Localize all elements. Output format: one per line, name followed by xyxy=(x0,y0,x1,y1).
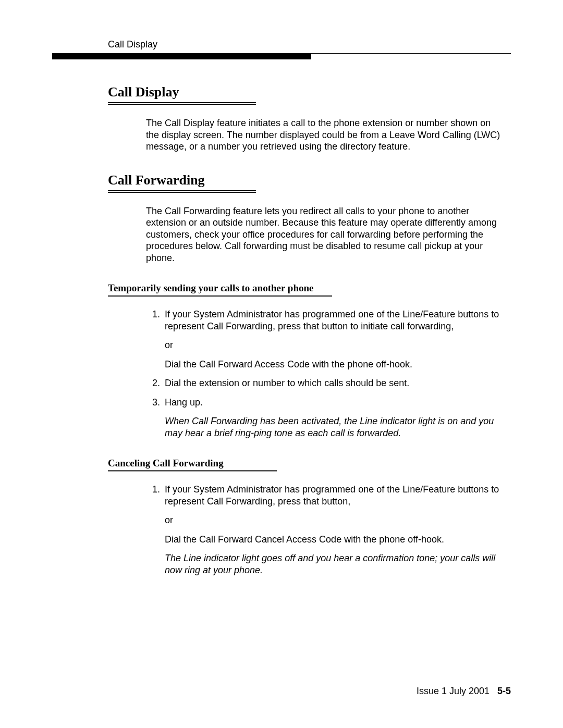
running-header: Call Display xyxy=(108,39,511,50)
step-2-text: Dial the extension or number to which ca… xyxy=(165,378,409,388)
heading-rule-2 xyxy=(108,190,256,193)
step-3-text: Hang up. xyxy=(165,397,203,408)
cancel-step-1-or: or xyxy=(165,514,501,526)
steps-temp-forward: If your System Administrator has program… xyxy=(146,309,501,439)
heading-call-display: Call Display xyxy=(108,84,254,100)
header-black-bar xyxy=(52,54,311,59)
subheading-rule xyxy=(108,295,332,297)
steps-cancel-forward: If your System Administrator has program… xyxy=(146,484,501,576)
subheading-temp-forward: Temporarily sending your calls to anothe… xyxy=(108,282,511,294)
call-display-body: The Call Display feature initiates a cal… xyxy=(146,117,500,153)
section-call-display: Call Display The Call Display feature in… xyxy=(52,84,511,153)
heading-rule xyxy=(108,102,256,105)
step-1-or: or xyxy=(165,339,501,351)
step-1-alt: Dial the Call Forward Access Code with t… xyxy=(165,359,501,371)
footer-issue: Issue 1 July 2001 xyxy=(417,686,489,696)
cancel-step-1-note: The Line indicator light goes off and yo… xyxy=(165,552,501,576)
call-forwarding-body: The Call Forwarding feature lets you red… xyxy=(146,205,500,264)
heading-call-forwarding: Call Forwarding xyxy=(108,172,254,188)
step-3: Hang up. When Call Forwarding has been a… xyxy=(163,397,501,439)
subheading-rule-2 xyxy=(108,470,277,472)
subsection-cancel-forward: Canceling Call Forwarding xyxy=(52,458,511,472)
step-1: If your System Administrator has program… xyxy=(163,309,501,370)
section-call-forwarding: Call Forwarding The Call Forwarding feat… xyxy=(52,172,511,576)
subheading-cancel-forward: Canceling Call Forwarding xyxy=(108,458,511,469)
cancel-step-1-text: If your System Administrator has program… xyxy=(165,484,499,507)
step-2: Dial the extension or number to which ca… xyxy=(163,377,501,389)
step-1-text: If your System Administrator has program… xyxy=(165,309,499,331)
footer-page-number: 5-5 xyxy=(497,686,511,696)
page-body: Call Display Call Display The Call Displ… xyxy=(52,39,511,583)
step-3-note: When Call Forwarding has been activated,… xyxy=(165,415,501,439)
cancel-step-1-alt: Dial the Call Forward Cancel Access Code… xyxy=(165,534,501,546)
subsection-temp-forward: Temporarily sending your calls to anothe… xyxy=(52,282,511,297)
page-footer: Issue 1 July 2001 5-5 xyxy=(417,686,511,697)
cancel-step-1: If your System Administrator has program… xyxy=(163,484,501,576)
